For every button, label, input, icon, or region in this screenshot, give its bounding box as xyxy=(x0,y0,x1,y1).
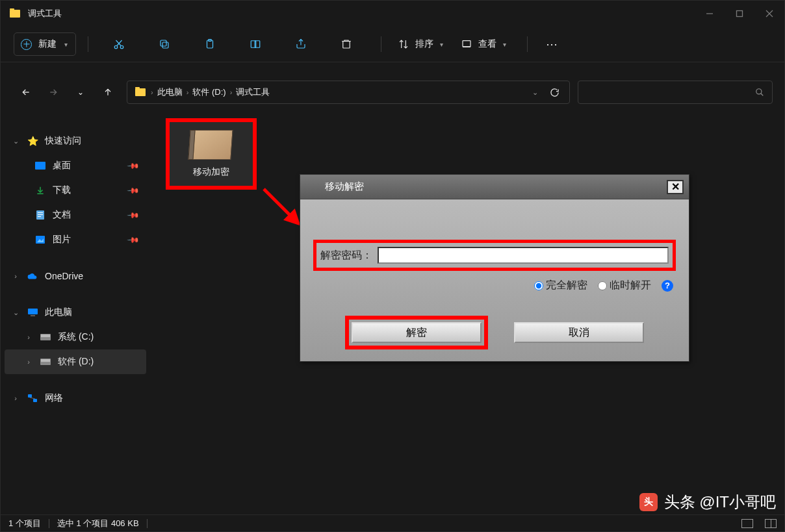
desktop-icon xyxy=(34,160,46,171)
refresh-button[interactable] xyxy=(545,88,564,97)
svg-rect-29 xyxy=(31,315,35,316)
svg-rect-28 xyxy=(28,309,38,314)
svg-line-6 xyxy=(117,40,122,45)
sidebar-label: 桌面 xyxy=(53,160,71,171)
separator xyxy=(527,36,528,52)
option-full-decrypt[interactable]: 完全解密 xyxy=(534,279,587,292)
chevron-down-icon: ⌄ xyxy=(11,137,20,146)
svg-rect-33 xyxy=(41,359,50,362)
sort-icon xyxy=(398,39,409,49)
address-dropdown[interactable]: ⌄ xyxy=(525,88,545,97)
sidebar-label: OneDrive xyxy=(45,271,83,281)
view-details-button[interactable] xyxy=(741,519,753,528)
drive-icon xyxy=(40,356,51,368)
sidebar-item-drive-d[interactable]: › 软件 (D:) xyxy=(5,349,146,374)
sidebar-label: 软件 (D:) xyxy=(58,356,94,368)
file-item-encrypted-folder[interactable]: 移动加密 xyxy=(166,118,257,190)
sort-button[interactable]: 排序 ▾ xyxy=(398,31,443,57)
decrypt-button[interactable]: 解密 xyxy=(352,322,482,343)
file-label: 移动加密 xyxy=(193,166,229,178)
status-item-count: 1 个项目 xyxy=(8,518,41,529)
chevron-down-icon: ▾ xyxy=(503,41,506,48)
svg-rect-35 xyxy=(33,399,37,402)
sidebar-item-pictures[interactable]: 图片 📌 xyxy=(5,227,146,252)
copy-button[interactable] xyxy=(148,31,181,57)
file-explorer-window: 调式工具 新建 ▾ 排序 ▾ 查看 ▾ ⋯ xyxy=(0,0,785,532)
sidebar-item-quick-access[interactable]: ⌄ ⭐ 快速访问 xyxy=(5,129,146,153)
network-icon xyxy=(27,392,38,404)
option-temp-open[interactable]: 临时解开 xyxy=(598,279,651,292)
svg-point-18 xyxy=(756,89,762,94)
chevron-right-icon: › xyxy=(11,272,20,280)
password-input[interactable] xyxy=(378,247,669,264)
sidebar-item-downloads[interactable]: 下载 📌 xyxy=(5,178,146,203)
svg-rect-25 xyxy=(38,216,41,217)
up-button[interactable] xyxy=(94,79,122,105)
password-label: 解密密码： xyxy=(320,249,372,262)
view-icon xyxy=(461,39,472,49)
dialog-close-button[interactable]: ✕ xyxy=(667,180,684,194)
password-row: 解密密码： xyxy=(313,240,676,271)
pin-icon: 📌 xyxy=(127,159,140,173)
watermark-text: 头条 @IT小哥吧 xyxy=(664,492,776,513)
sidebar-item-documents[interactable]: 文档 📌 xyxy=(5,203,146,227)
svg-point-5 xyxy=(120,45,123,49)
decrypt-options: 完全解密 临时解开 ? xyxy=(313,279,676,292)
sidebar-item-drive-c[interactable]: › 系统 (C:) xyxy=(5,325,146,349)
paste-button[interactable] xyxy=(194,31,226,57)
svg-point-4 xyxy=(114,45,118,49)
dialog-body: 解密密码： 完全解密 临时解开 ? 解密 取消 xyxy=(300,199,689,361)
plus-icon xyxy=(21,39,32,50)
help-icon[interactable]: ? xyxy=(662,280,673,292)
separator xyxy=(49,519,49,528)
pin-icon: 📌 xyxy=(127,233,140,247)
view-tiles-button[interactable] xyxy=(765,519,777,528)
svg-rect-15 xyxy=(343,42,350,49)
chevron-right-icon: › xyxy=(24,358,33,366)
content-area[interactable]: 移动加密 移动解密 ✕ 解密密码： xyxy=(150,109,784,514)
sidebar-item-onedrive[interactable]: › OneDrive xyxy=(5,264,146,288)
download-icon xyxy=(34,184,46,196)
sidebar-label: 文档 xyxy=(53,209,71,221)
back-button[interactable] xyxy=(12,79,40,105)
address-bar[interactable]: › 此电脑 › 软件 (D:) › 调式工具 ⌄ xyxy=(127,81,570,104)
svg-rect-8 xyxy=(162,42,168,48)
view-button[interactable]: 查看 ▾ xyxy=(461,31,506,57)
sidebar-item-this-pc[interactable]: ⌄ 此电脑 xyxy=(5,300,146,325)
svg-rect-23 xyxy=(38,212,43,213)
recent-button[interactable]: ⌄ xyxy=(67,79,94,105)
cancel-button[interactable]: 取消 xyxy=(514,322,644,343)
new-button[interactable]: 新建 ▾ xyxy=(14,32,76,56)
breadcrumb-drive[interactable]: 软件 (D:) xyxy=(188,86,229,98)
minimize-button[interactable] xyxy=(695,1,725,27)
sidebar-label: 此电脑 xyxy=(45,307,72,318)
forward-button[interactable] xyxy=(40,79,67,105)
cut-button[interactable] xyxy=(103,31,135,57)
radio-full[interactable] xyxy=(534,281,543,290)
maximize-button[interactable] xyxy=(725,1,754,27)
chevron-down-icon: ▾ xyxy=(440,41,443,48)
radio-temp[interactable] xyxy=(598,281,607,290)
dialog-titlebar[interactable]: 移动解密 ✕ xyxy=(300,175,689,199)
sidebar-item-desktop[interactable]: 桌面 📌 xyxy=(5,153,146,178)
sidebar-item-network[interactable]: › 网络 xyxy=(5,386,146,411)
sidebar-label: 下载 xyxy=(53,184,71,196)
svg-line-7 xyxy=(116,40,122,45)
breadcrumb-root[interactable]: 此电脑 xyxy=(153,86,187,98)
titlebar: 调式工具 xyxy=(1,1,784,27)
separator xyxy=(88,36,88,52)
dialog-buttons: 解密 取消 xyxy=(313,322,676,352)
decrypt-dialog: 移动解密 ✕ 解密密码： 完全解密 临时解开 ? 解密 xyxy=(300,174,689,362)
rename-button[interactable] xyxy=(239,31,272,57)
delete-button[interactable] xyxy=(330,31,363,57)
share-button[interactable] xyxy=(285,31,317,57)
svg-rect-31 xyxy=(41,335,50,337)
svg-rect-20 xyxy=(35,162,45,170)
search-box[interactable] xyxy=(578,81,773,104)
breadcrumb-folder[interactable]: 调式工具 xyxy=(232,86,274,98)
more-button[interactable]: ⋯ xyxy=(539,37,565,51)
svg-rect-34 xyxy=(28,394,32,398)
close-button[interactable] xyxy=(754,1,784,27)
pc-icon xyxy=(27,307,38,318)
search-icon xyxy=(755,88,764,97)
